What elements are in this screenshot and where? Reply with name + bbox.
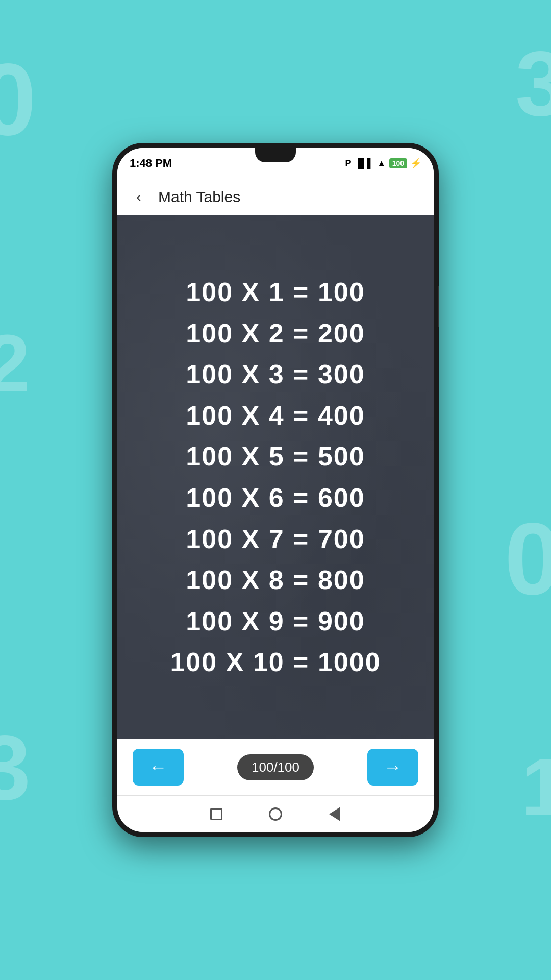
status-time: 1:48 PM: [130, 157, 172, 170]
math-row-1: 100 X 1 = 100: [128, 272, 423, 313]
phone-screen: 1:48 PM P ▐▌▌ ▲ 100 ⚡ ‹ Math Tables 100 …: [117, 148, 434, 832]
back-button[interactable]: ‹: [128, 186, 150, 208]
battery-icon: 100: [389, 158, 407, 168]
p-icon: P: [345, 158, 352, 169]
android-back-button[interactable]: [325, 805, 344, 823]
android-home-button[interactable]: [266, 805, 285, 823]
nav-bar: ← 100/100 →: [117, 739, 434, 795]
app-bar: ‹ Math Tables: [117, 179, 434, 215]
back-arrow-icon: ‹: [136, 189, 141, 205]
charging-icon: ⚡: [410, 158, 421, 169]
math-row-10: 100 X 10 = 1000: [128, 642, 423, 683]
notch: [255, 148, 296, 162]
math-row-2: 100 X 2 = 200: [128, 313, 423, 354]
math-row-4: 100 X 4 = 400: [128, 395, 423, 436]
math-row-3: 100 X 3 = 300: [128, 354, 423, 395]
math-row-6: 100 X 6 = 600: [128, 477, 423, 519]
side-button: [438, 286, 439, 327]
prev-arrow-icon: ←: [149, 756, 167, 778]
square-icon: [210, 808, 222, 820]
math-row-8: 100 X 8 = 800: [128, 559, 423, 601]
next-button[interactable]: →: [367, 749, 418, 786]
wifi-icon: ▲: [377, 158, 386, 169]
status-icons: P ▐▌▌ ▲ 100 ⚡: [345, 158, 421, 169]
android-nav-bar: [117, 795, 434, 832]
app-bar-title: Math Tables: [158, 188, 240, 206]
math-row-9: 100 X 9 = 900: [128, 601, 423, 642]
triangle-icon: [329, 807, 340, 821]
prev-button[interactable]: ←: [133, 749, 184, 786]
math-row-5: 100 X 5 = 500: [128, 436, 423, 477]
page-indicator: 100/100: [237, 754, 314, 780]
chalkboard: 100 X 1 = 100 100 X 2 = 200 100 X 3 = 30…: [117, 215, 434, 739]
next-arrow-icon: →: [384, 756, 402, 778]
math-row-7: 100 X 7 = 700: [128, 519, 423, 560]
circle-icon: [269, 807, 282, 821]
signal-bars: ▐▌▌: [355, 158, 374, 169]
phone-frame: 1:48 PM P ▐▌▌ ▲ 100 ⚡ ‹ Math Tables 100 …: [112, 143, 439, 837]
android-square-button[interactable]: [207, 805, 226, 823]
